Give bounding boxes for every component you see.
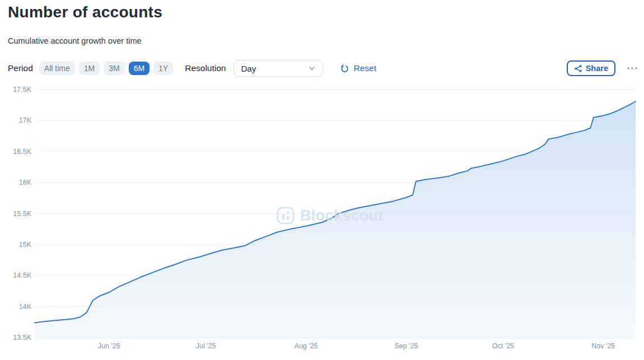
x-axis-label: Jun '25 bbox=[98, 342, 120, 350]
chart-page: Number of accounts Cumulative account gr… bbox=[0, 0, 644, 360]
accounts-growth-chart[interactable]: 13.5K14K14.5K15K15.5K16K16.5K17K17.5KJun… bbox=[0, 0, 644, 360]
y-axis-label: 16K bbox=[19, 179, 32, 186]
y-axis-label: 16.5K bbox=[13, 148, 31, 156]
x-axis-label: Jul '25 bbox=[196, 342, 216, 350]
y-axis-label: 13.5K bbox=[13, 334, 31, 342]
y-axis-label: 15K bbox=[19, 241, 32, 249]
series-area bbox=[35, 101, 636, 339]
x-axis-label: Sep '25 bbox=[394, 342, 418, 350]
y-axis-label: 14.5K bbox=[13, 272, 31, 279]
y-axis-label: 17K bbox=[19, 116, 32, 124]
x-axis-label: Aug '25 bbox=[295, 342, 318, 350]
y-axis-label: 15.5K bbox=[13, 210, 31, 218]
y-axis-label: 14K bbox=[19, 303, 32, 311]
x-axis-label: Oct '25 bbox=[492, 342, 514, 350]
y-axis-label: 17.5K bbox=[13, 86, 31, 93]
chart-area: Blockscout 13.5K14K14.5K15K15.5K16K16.5K… bbox=[0, 0, 644, 360]
x-axis-label: Nov '25 bbox=[591, 342, 615, 350]
